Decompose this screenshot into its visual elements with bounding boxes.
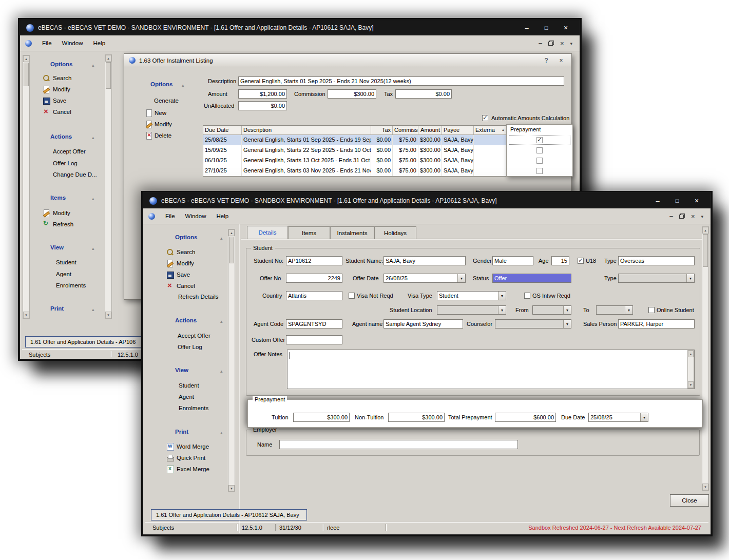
nav-item-search[interactable]: Search [43, 74, 71, 82]
nav-item-offer-log[interactable]: Offer Log [53, 160, 78, 166]
prepayment-cell[interactable] [507, 145, 572, 156]
nav-header-actions[interactable]: Actions [175, 317, 197, 323]
back-open-form-tab[interactable]: 1.61 Offer and Application Details - AP1… [25, 336, 151, 347]
nav-item-modify[interactable]: Modify [166, 260, 194, 267]
nav-item-view-student[interactable]: Student [179, 382, 199, 389]
offer-no-field[interactable]: 2249 [286, 274, 342, 283]
nav-header-options[interactable]: Options [150, 81, 172, 87]
nav-item-word-merge[interactable]: Word Merge [166, 443, 209, 450]
close-icon[interactable] [555, 57, 567, 64]
auto-amounts-checkbox[interactable] [482, 115, 488, 121]
nav-item-change-due-date[interactable]: Change Due D... [53, 171, 97, 178]
nav-item-cancel[interactable]: Cancel [166, 282, 195, 289]
minimize-icon[interactable] [650, 197, 665, 205]
menu-window[interactable]: Window [185, 213, 206, 219]
scroll-down-icon[interactable] [688, 381, 694, 388]
nav-item-delete[interactable]: Delete [145, 132, 171, 139]
grid-row[interactable]: 15/09/25 General English, Starts 22 Sep … [203, 145, 507, 156]
status-field-highlighted[interactable]: Offer [492, 274, 571, 283]
minimize-icon[interactable] [519, 24, 534, 32]
col-tax[interactable]: Tax [371, 126, 393, 134]
nav-item-accept-offer[interactable]: Accept Offer [53, 148, 86, 155]
nav-header-print[interactable]: Print [175, 429, 188, 435]
mdi-restore-icon[interactable] [679, 214, 685, 219]
u18-checkbox[interactable] [578, 258, 584, 264]
nav-item-items-modify[interactable]: Modify [43, 209, 70, 217]
sidebar-scrollbar[interactable] [228, 229, 235, 492]
scroll-thumb[interactable] [703, 234, 708, 267]
left-scrollbar[interactable] [23, 55, 30, 319]
nav-item-excel-merge[interactable]: Excel Merge [166, 466, 209, 473]
prepayment-checkbox[interactable] [536, 168, 543, 174]
col-amount[interactable]: Amount [418, 126, 442, 134]
collapse-ic[interactable] [92, 306, 94, 312]
collapse-icon[interactable] [92, 134, 94, 140]
visa-not-reqd-checkbox[interactable] [349, 293, 355, 299]
gender-field[interactable]: Male [492, 256, 533, 265]
from-dropdown[interactable] [532, 305, 571, 315]
nav-item-modify[interactable]: Modify [145, 121, 172, 128]
sidebar-scrollbar[interactable] [105, 54, 112, 319]
tab-instalments[interactable]: Instalments [330, 226, 374, 239]
nav-item-accept-offer[interactable]: Accept Offer [178, 333, 210, 339]
nav-item-generate[interactable]: Generate [154, 98, 179, 104]
close-icon[interactable] [558, 24, 573, 32]
scroll-up-icon[interactable] [688, 351, 694, 357]
agent-name-field[interactable]: Sample Agent Sydney [383, 319, 463, 329]
notes-scrollbar[interactable] [687, 350, 694, 389]
menu-file[interactable]: File [165, 213, 175, 219]
maximize-icon[interactable] [669, 198, 685, 204]
close-button[interactable]: Close [670, 494, 709, 507]
nav-item-view-enrolments[interactable]: Enrolments [179, 405, 208, 411]
nav-item-refresh-details[interactable]: Refresh Details [178, 294, 219, 300]
nav-item-view-student[interactable]: Student [56, 259, 76, 265]
collapse-icon[interactable] [220, 235, 223, 241]
col-prepayment[interactable]: Prepayment [507, 125, 572, 135]
nav-header-options[interactable]: Options [50, 61, 72, 67]
nav-item-save[interactable]: Save [43, 97, 66, 104]
unallocated-field[interactable]: $0.00 [238, 101, 287, 110]
mdi-more-icon[interactable] [570, 40, 572, 46]
grid-row[interactable]: 06/10/25 General English, Starts 13 Oct … [203, 156, 507, 166]
non-tuition-field[interactable]: $300.00 [388, 413, 445, 422]
chevron-down-icon[interactable] [563, 320, 571, 328]
amount-field[interactable]: $1,200.00 [238, 89, 287, 99]
visa-type-dropdown[interactable]: Student [437, 291, 506, 300]
chevron-down-icon[interactable] [498, 306, 506, 314]
nav-item-cancel[interactable]: Cancel [43, 108, 71, 115]
nav-item-quick-print[interactable]: Quick Print [166, 454, 205, 461]
back-titlebar[interactable]: eBECAS - eBECAS VET DEMO - SANDBOX ENVIR… [20, 20, 580, 35]
nav-item-new[interactable]: New [145, 109, 166, 117]
prepayment-checkbox-checked[interactable] [536, 137, 543, 143]
agent-code-field[interactable]: SPAGENTSYD [286, 319, 342, 329]
nav-header-print[interactable]: Print [50, 305, 64, 312]
col-due-date[interactable]: Due Date [203, 126, 242, 134]
sales-person-field[interactable]: PARKER, Harper [618, 319, 695, 329]
due-date-dropdown[interactable]: 25/08/25 [588, 413, 648, 422]
student-no-field[interactable]: AP10612 [286, 256, 342, 265]
chevron-down-icon[interactable] [640, 413, 648, 421]
to-dropdown[interactable] [596, 305, 633, 315]
tab-items[interactable]: Items [288, 226, 330, 239]
online-student-checkbox[interactable] [648, 307, 655, 313]
total-prepayment-field[interactable]: $600.00 [495, 413, 556, 422]
menu-window[interactable]: Window [62, 40, 83, 46]
tax-field[interactable]: $0.00 [395, 89, 452, 99]
custom-offer-field[interactable] [286, 335, 342, 344]
nav-item-search[interactable]: Search [166, 248, 195, 256]
scroll-up-icon[interactable] [23, 55, 29, 62]
chevron-down-icon[interactable] [625, 306, 632, 314]
tuition-field[interactable]: $300.00 [293, 413, 350, 422]
scroll-thumb[interactable] [24, 63, 29, 86]
collapse-icon[interactable] [182, 82, 184, 88]
help-icon[interactable] [541, 57, 552, 64]
nav-item-view-agent[interactable]: Agent [56, 271, 71, 277]
country-field[interactable]: Atlantis [286, 291, 342, 300]
prepayment-checkbox[interactable] [536, 158, 543, 164]
chevron-down-icon[interactable] [498, 292, 506, 300]
maximize-icon[interactable] [539, 25, 554, 31]
nav-item-save[interactable]: Save [166, 271, 190, 278]
menu-file[interactable]: File [42, 40, 52, 46]
description-field[interactable]: General English, Starts 01 Sep 2025 - En… [238, 76, 564, 86]
menu-help[interactable]: Help [216, 213, 228, 219]
